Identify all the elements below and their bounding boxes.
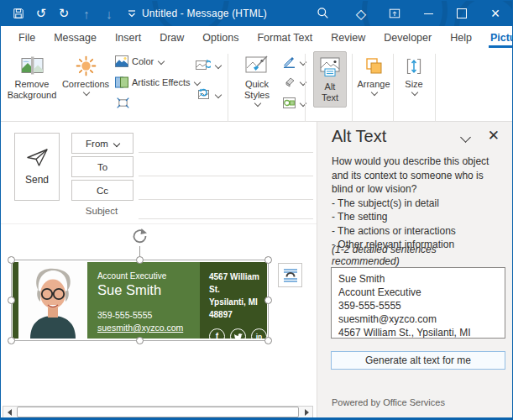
horizontal-scrollbar[interactable] — [3, 406, 313, 418]
subject-field[interactable] — [139, 218, 313, 219]
corrections-button[interactable]: Corrections — [61, 51, 110, 95]
resize-handle-bottom-center[interactable] — [136, 337, 144, 344]
card-email: suesmith@xyzco.com — [97, 323, 200, 333]
change-picture-dropdown-icon — [215, 61, 222, 68]
facebook-icon: f — [209, 328, 225, 339]
resize-handle-top-left[interactable] — [8, 256, 15, 264]
close-button[interactable]: × — [479, 1, 512, 26]
tab-draw[interactable]: Draw — [150, 26, 193, 49]
layout-options-icon — [283, 268, 298, 283]
minimize-button[interactable] — [411, 1, 445, 26]
window-title: Untitled - Message (HTML) — [142, 1, 267, 26]
ribbon-display-options-icon[interactable] — [378, 1, 411, 26]
reset-picture-icon — [196, 88, 211, 101]
alt-text-button[interactable]: Alt Text — [313, 51, 347, 108]
card-photo — [18, 262, 87, 339]
size-button[interactable]: Size — [397, 51, 431, 95]
to-field[interactable] — [139, 175, 313, 176]
pane-description: How would you describe this object and i… — [332, 155, 505, 252]
scroll-right-arrow[interactable] — [301, 407, 312, 417]
color-button[interactable]: Color — [115, 55, 164, 67]
to-button[interactable]: To — [71, 156, 133, 177]
pane-close-icon[interactable]: ✕ — [488, 128, 500, 144]
tab-message[interactable]: Message — [44, 26, 106, 49]
resize-handle-bottom-left[interactable] — [8, 337, 15, 344]
resize-handle-middle-right[interactable] — [264, 297, 272, 304]
alt-text-icon — [319, 54, 341, 79]
email-signature-image[interactable]: Account Executive Sue Smith 359-555-5555… — [13, 262, 267, 339]
quick-styles-label: Quick Styles — [234, 79, 280, 101]
color-label: Color — [132, 56, 154, 66]
tab-review[interactable]: Review — [322, 26, 374, 49]
scroll-left-arrow[interactable] — [3, 407, 15, 417]
pane-collapse-icon[interactable] — [460, 132, 471, 143]
compress-pictures-button[interactable] — [117, 97, 129, 108]
card-phone: 359-555-5555 — [97, 310, 200, 320]
change-picture-icon — [196, 59, 211, 71]
card-address-panel: 4567 William St. Ypsilanti, MI 48897 f i… — [200, 262, 267, 339]
tab-file[interactable]: File — [9, 26, 44, 49]
rotate-handle-icon[interactable] — [129, 228, 149, 249]
artistic-effects-button[interactable]: Artistic Effects — [115, 76, 200, 88]
picture-layout-icon — [283, 97, 296, 108]
pane-bullet-3: - The actions or interactions — [332, 224, 505, 239]
from-field[interactable] — [139, 151, 313, 153]
alt-text-pane: Alt Text ✕ How would you describe this o… — [317, 122, 513, 418]
maximize-icon — [457, 8, 467, 18]
send-button[interactable]: Send — [14, 133, 60, 201]
size-icon — [404, 51, 424, 76]
tab-options[interactable]: Options — [193, 26, 248, 49]
quick-styles-dropdown-icon — [254, 100, 261, 107]
cc-field[interactable] — [139, 198, 313, 200]
resize-handle-top-right[interactable] — [264, 256, 272, 264]
scrollbar-thumb[interactable] — [17, 407, 299, 417]
picture-border-button[interactable] — [283, 55, 306, 68]
picture-layout-button[interactable] — [283, 97, 306, 108]
reset-picture-button[interactable] — [196, 88, 221, 101]
ribbon-tab-bar: File Message Insert Draw Options Format … — [1, 26, 512, 49]
resize-handle-bottom-right[interactable] — [264, 337, 272, 344]
scroll-left-icon — [8, 409, 12, 416]
remove-background-button[interactable]: Remove Background — [6, 51, 58, 101]
card-address-line2: Ypsilanti, MI — [209, 296, 267, 308]
ribbon: Remove Background Corrections Color Arti… — [1, 49, 512, 122]
size-dropdown-icon — [411, 89, 418, 96]
arrange-icon — [364, 51, 384, 76]
from-button[interactable]: From — [71, 133, 133, 154]
search-icon[interactable] — [317, 7, 329, 23]
reset-picture-dropdown-icon — [215, 91, 222, 97]
linkedin-icon: in — [251, 328, 267, 339]
tab-developer[interactable]: Developer — [374, 26, 441, 49]
quick-access-toolbar: ↺ ↻ ↑ ↓ — [11, 1, 139, 26]
cc-button[interactable]: Cc — [71, 180, 133, 201]
save-icon[interactable] — [11, 6, 26, 21]
arrange-button[interactable]: Arrange — [355, 51, 392, 95]
alt-text-input[interactable]: Sue Smith Account Executive 359-555-5555… — [331, 267, 505, 339]
picture-effects-button[interactable] — [283, 76, 306, 87]
quick-styles-icon — [245, 51, 269, 76]
tab-insert[interactable]: Insert — [106, 26, 150, 49]
resize-handle-middle-left[interactable] — [8, 297, 15, 304]
window-controls: ◇ × — [344, 1, 512, 26]
redo-icon[interactable]: ↻ — [56, 6, 71, 21]
quick-styles-button[interactable]: Quick Styles — [234, 51, 280, 106]
generate-alt-text-button[interactable]: Generate alt text for me — [331, 351, 505, 370]
customize-quick-access-icon[interactable] — [124, 6, 139, 21]
coming-soon-icon[interactable]: ◇ — [344, 1, 378, 26]
maximize-button[interactable] — [445, 1, 479, 26]
card-address-line3: 48897 — [209, 308, 267, 321]
twitter-icon — [230, 328, 246, 339]
change-picture-button[interactable] — [196, 59, 221, 71]
pane-footer: Powered by Office Services — [332, 397, 445, 407]
undo-icon[interactable]: ↺ — [34, 6, 49, 21]
tab-format-text[interactable]: Format Text — [248, 26, 322, 49]
send-label: Send — [25, 174, 49, 186]
remove-background-label: Remove Background — [6, 79, 58, 101]
resize-handle-top-center[interactable] — [136, 256, 144, 264]
tab-picture-format[interactable]: Picture Format — [481, 26, 513, 49]
tab-help[interactable]: Help — [441, 26, 481, 49]
layout-options-button[interactable] — [278, 263, 302, 287]
move-down-icon: ↓ — [102, 6, 117, 21]
pane-hint: (1-2 detailed sentences recommended) — [332, 244, 505, 267]
card-main-panel: Account Executive Sue Smith 359-555-5555… — [87, 262, 200, 339]
